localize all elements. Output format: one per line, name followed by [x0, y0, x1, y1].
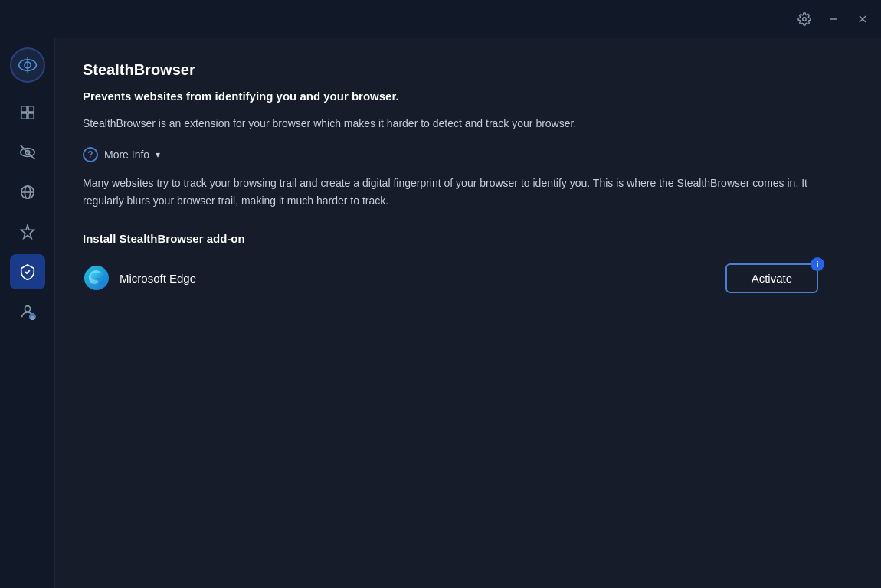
settings-icon[interactable] [795, 10, 814, 28]
svg-rect-9 [21, 113, 26, 119]
sidebar-item-profile[interactable]: @ [10, 294, 45, 329]
main-layout: @ StealthBrowser Prevents websites from … [0, 38, 881, 588]
sidebar-item-dashboard[interactable] [10, 95, 45, 130]
app-logo[interactable] [10, 47, 45, 83]
browser-name: Microsoft Edge [120, 272, 196, 285]
browser-info: Microsoft Edge [83, 264, 196, 292]
titlebar [0, 0, 881, 38]
edge-browser-icon [83, 264, 110, 292]
minimize-button[interactable] [824, 10, 843, 28]
svg-rect-10 [28, 113, 33, 119]
svg-text:@: @ [30, 315, 34, 320]
sidebar: @ [0, 38, 55, 588]
sidebar-item-privacy[interactable] [10, 135, 45, 170]
titlebar-controls [795, 10, 872, 28]
page-subtitle: Prevents websites from identifying you a… [83, 90, 853, 103]
sidebar-item-ai[interactable] [10, 214, 45, 250]
content-area: StealthBrowser Prevents websites from id… [55, 38, 881, 588]
more-info-icon: ? [83, 147, 98, 162]
page-description: StealthBrowser is an extension for your … [83, 115, 853, 132]
chevron-down-icon: ▾ [156, 149, 160, 160]
activate-button[interactable]: Activate [725, 263, 818, 293]
install-title: Install StealthBrowser add-on [83, 232, 853, 245]
more-info-toggle[interactable]: ? More Info ▾ [83, 147, 853, 162]
more-info-label: More Info [104, 149, 149, 161]
svg-rect-7 [21, 106, 26, 112]
activate-info-badge: i [811, 257, 824, 271]
svg-line-13 [20, 145, 34, 159]
sidebar-item-stealth-browser[interactable] [10, 254, 45, 289]
page-title: StealthBrowser [83, 61, 853, 79]
svg-rect-8 [28, 106, 33, 112]
browser-row: Microsoft Edge Activate i [83, 263, 818, 293]
sidebar-item-web[interactable] [10, 175, 45, 210]
svg-point-18 [25, 306, 30, 312]
close-button[interactable] [853, 10, 872, 28]
more-info-content: Many websites try to track your browsing… [83, 175, 818, 210]
activate-button-wrapper: Activate i [725, 263, 818, 293]
svg-point-0 [803, 17, 807, 21]
svg-marker-17 [21, 225, 34, 238]
